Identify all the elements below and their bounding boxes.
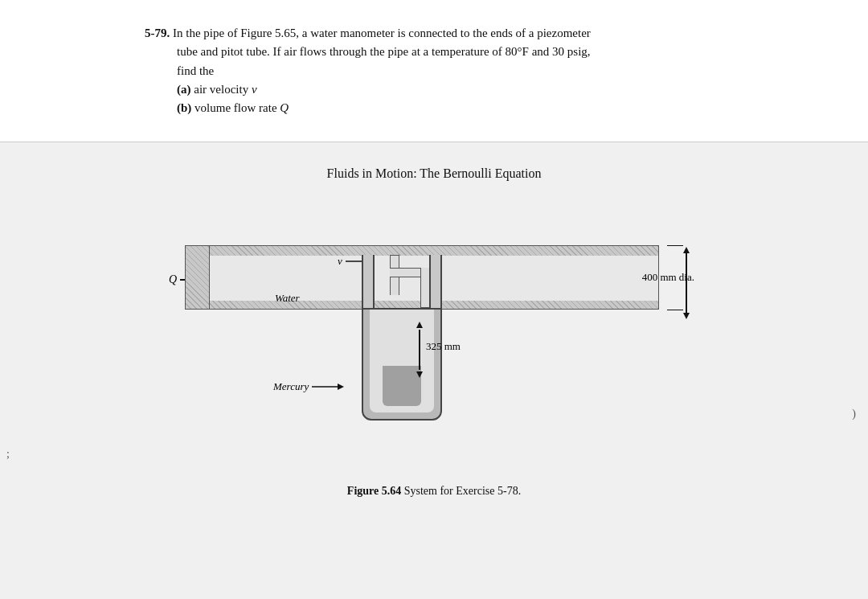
figure-caption-text: System for Exercise 5-78. (404, 485, 521, 497)
left-paren: ; (6, 448, 10, 461)
part-a-text: air velocity (194, 83, 248, 96)
problem-line2: tube and pitot tube. If air flows throug… (145, 45, 591, 58)
mano-left-col (362, 255, 375, 310)
water-label: Water (275, 292, 300, 305)
problem-line1: In the pipe of Figure 5.65, a water mano… (173, 27, 591, 39)
top-panel: 5-79. In the pipe of Figure 5.65, a wate… (0, 0, 868, 142)
mano-right-col (429, 255, 442, 310)
bottom-panel: ; ) Fluids in Motion: The Bernoulli Equa… (0, 142, 868, 599)
manometer-outer (362, 308, 442, 421)
section-title: Fluids in Motion: The Bernoulli Equation (327, 166, 542, 181)
dim-325-arrow-down (416, 371, 423, 378)
dim-325-arrow-up (416, 322, 423, 328)
svg-marker-3 (338, 384, 344, 390)
part-b-label: (b) (177, 101, 191, 114)
q-label: Q (169, 273, 177, 286)
part-b-var: Q (280, 101, 289, 114)
find-label: find the (145, 64, 214, 77)
dim-325-container (416, 322, 423, 378)
dim-400-label: 400 mm dia. (642, 271, 694, 284)
pipe-left-hatch (186, 246, 209, 309)
figure-caption-bold: Figure 5.64 (347, 485, 401, 497)
part-a-var: v (252, 83, 257, 96)
figure-caption: Figure 5.64 System for Exercise 5-78. (347, 485, 521, 498)
part-b-text: volume flow rate (194, 101, 276, 114)
figure-area: Q v (161, 197, 707, 478)
pipe-left-mouth (185, 245, 209, 310)
problem-text: 5-79. In the pipe of Figure 5.65, a wate… (145, 24, 836, 117)
pitot-bend-h (390, 268, 422, 277)
dim-325-line (419, 330, 420, 370)
dim-325-label: 325 mm (426, 340, 461, 353)
mercury-text: Mercury (273, 380, 309, 393)
dim-400-arrow-up (683, 247, 690, 253)
right-paren: ) (852, 408, 856, 421)
problem-number: 5-79. (145, 27, 170, 39)
dim-400-line-bot (667, 310, 683, 310)
part-a-label: (a) (177, 83, 191, 96)
dim-400-line-top (667, 245, 683, 246)
v-label: v (338, 255, 342, 268)
dim-400-arrow-down (683, 313, 690, 319)
mercury-arrow-svg (312, 381, 344, 392)
manometer-inner (370, 310, 434, 412)
mercury-label: Mercury (273, 380, 344, 393)
mercury-fluid (383, 366, 421, 406)
